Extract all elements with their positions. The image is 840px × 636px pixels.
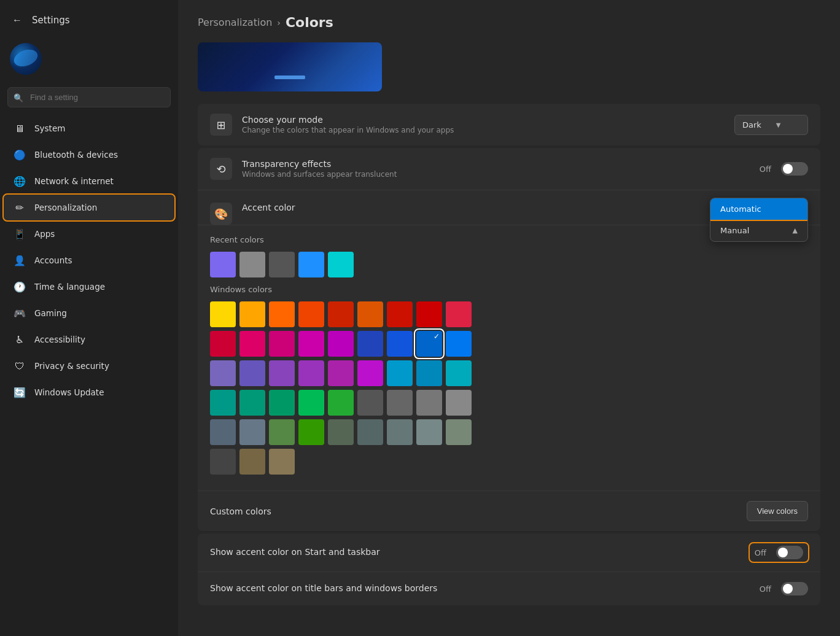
sidebar-item-accounts[interactable]: 👤 Accounts (4, 247, 174, 273)
view-colors-button[interactable]: View colors (747, 501, 808, 521)
accent-taskbar-text: Show accent color on Start and taskbar (210, 547, 750, 558)
accent-option-manual[interactable]: Manual ▲ (710, 220, 807, 241)
windows-color-row-5 (210, 449, 808, 475)
windows-color-1-0[interactable] (210, 331, 236, 357)
windows-color-2-6[interactable] (387, 360, 413, 386)
windows-color-2-8[interactable] (446, 360, 472, 386)
recent-color-1[interactable] (239, 252, 265, 277)
recent-color-4[interactable] (328, 252, 354, 277)
windows-color-2-1[interactable] (239, 360, 265, 386)
windows-colors-grid: ✓ (210, 301, 808, 475)
windows-color-4-4[interactable] (328, 419, 354, 445)
nav-label-network: Network & internet (34, 176, 114, 186)
windows-color-0-5[interactable] (357, 301, 383, 327)
windows-color-2-5[interactable] (357, 360, 383, 386)
windows-color-4-8[interactable] (446, 419, 472, 445)
accent-color-dropdown-popup: Automatic Manual ▲ (710, 198, 808, 242)
accent-titlebar-text: Show accent color on title bars and wind… (210, 583, 760, 594)
windows-color-0-1[interactable] (239, 301, 265, 327)
sidebar-item-apps[interactable]: 📱 Apps (4, 221, 174, 247)
choose-mode-text: Choose your mode Change the colors that … (242, 115, 734, 134)
accent-titlebar-row: Show accent color on title bars and wind… (198, 572, 820, 605)
windows-color-5-2[interactable] (269, 449, 295, 475)
windows-color-3-6[interactable] (387, 390, 413, 416)
windows-color-0-6[interactable] (387, 301, 413, 327)
accent-titlebar-toggle[interactable] (781, 582, 808, 595)
windows-color-0-7[interactable] (416, 301, 442, 327)
windows-color-1-8[interactable] (446, 331, 472, 357)
nav-label-personalization: Personalization (34, 203, 97, 212)
windows-color-3-8[interactable] (446, 390, 472, 416)
accent-taskbar-toggle-label: Off (755, 548, 766, 557)
windows-color-1-6[interactable] (387, 331, 413, 357)
windows-color-5-1[interactable] (239, 449, 265, 475)
windows-color-4-3[interactable] (298, 419, 324, 445)
main-content: Personalization › Colors ⊞ Choose your m… (178, 0, 840, 636)
search-input[interactable] (7, 87, 171, 107)
windows-color-0-3[interactable] (298, 301, 324, 327)
windows-color-3-3[interactable] (298, 390, 324, 416)
choose-mode-dropdown[interactable]: Dark ▼ (734, 115, 808, 135)
windows-color-1-3[interactable] (298, 331, 324, 357)
windows-color-4-0[interactable] (210, 419, 236, 445)
sidebar-header: ← Settings (0, 7, 178, 38)
recent-color-0[interactable] (210, 252, 236, 277)
windows-color-1-2[interactable] (269, 331, 295, 357)
sidebar-item-time[interactable]: 🕐 Time & language (4, 274, 174, 300)
sidebar-item-network[interactable]: 🌐 Network & internet (4, 168, 174, 194)
windows-color-4-7[interactable] (416, 419, 442, 445)
nav-items: 🖥 System 🔵 Bluetooth & devices 🌐 Network… (0, 115, 178, 636)
windows-color-4-2[interactable] (269, 419, 295, 445)
transparency-icon: ⟲ (210, 158, 232, 180)
nav-label-accounts: Accounts (34, 255, 72, 265)
windows-color-4-5[interactable] (357, 419, 383, 445)
windows-color-3-2[interactable] (269, 390, 295, 416)
windows-color-2-7[interactable] (416, 360, 442, 386)
sidebar-item-personalization[interactable]: ✏️ Personalization (4, 195, 174, 220)
windows-color-2-4[interactable] (328, 360, 354, 386)
accent-option-automatic[interactable]: Automatic (710, 198, 807, 220)
recent-colors-row (210, 252, 808, 277)
windows-color-5-0[interactable] (210, 449, 236, 475)
sidebar-item-bluetooth[interactable]: 🔵 Bluetooth & devices (4, 142, 174, 168)
accent-taskbar-toggle[interactable] (776, 546, 803, 559)
transparency-toggle[interactable] (781, 162, 808, 176)
windows-color-4-6[interactable] (387, 419, 413, 445)
nav-label-system: System (34, 123, 65, 133)
windows-color-0-4[interactable] (328, 301, 354, 327)
accent-titlebar-toggle-label: Off (760, 584, 771, 594)
recent-color-3[interactable] (298, 252, 324, 277)
sidebar-item-windowsupdate[interactable]: 🔄 Windows Update (4, 379, 174, 405)
choose-mode-subtitle: Change the colors that appear in Windows… (242, 126, 734, 134)
transparency-title: Transparency effects (242, 159, 760, 169)
windows-color-3-5[interactable] (357, 390, 383, 416)
sidebar-item-system[interactable]: 🖥 System (4, 115, 174, 141)
windows-color-2-0[interactable] (210, 360, 236, 386)
dropdown-arrow: ▼ (776, 122, 781, 128)
nav-icon-accounts: 👤 (14, 254, 26, 266)
windows-color-2-3[interactable] (298, 360, 324, 386)
transparency-control: Off (760, 162, 808, 176)
sidebar-item-gaming[interactable]: 🎮 Gaming (4, 300, 174, 326)
dropdown-value: Dark (742, 120, 761, 130)
windows-color-0-8[interactable] (446, 301, 472, 327)
windows-color-3-1[interactable] (239, 390, 265, 416)
windows-color-0-0[interactable] (210, 301, 236, 327)
windows-color-row-2 (210, 360, 808, 386)
back-button[interactable]: ← (10, 12, 25, 28)
windows-color-3-4[interactable] (328, 390, 354, 416)
recent-color-2[interactable] (269, 252, 295, 277)
windows-color-1-7[interactable]: ✓ (416, 331, 442, 357)
windows-color-1-5[interactable] (357, 331, 383, 357)
accent-color-row: 🎨 Accent color Automatic Manual ▲ (198, 190, 820, 225)
windows-color-4-1[interactable] (239, 419, 265, 445)
windows-color-2-2[interactable] (269, 360, 295, 386)
sidebar-item-accessibility[interactable]: ♿ Accessibility (4, 327, 174, 352)
windows-color-3-7[interactable] (416, 390, 442, 416)
windows-color-0-2[interactable] (269, 301, 295, 327)
windows-color-3-0[interactable] (210, 390, 236, 416)
sidebar-item-privacy[interactable]: 🛡 Privacy & security (4, 353, 174, 379)
windows-color-1-1[interactable] (239, 331, 265, 357)
transparency-row: ⟲ Transparency effects Windows and surfa… (198, 148, 820, 190)
windows-color-1-4[interactable] (328, 331, 354, 357)
